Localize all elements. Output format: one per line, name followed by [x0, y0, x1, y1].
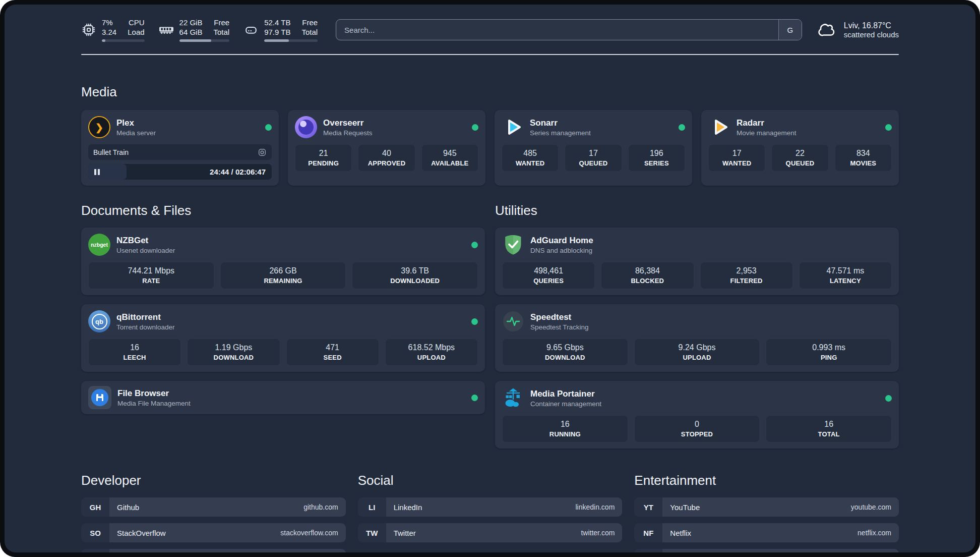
stat-wanted: 485 WANTED: [502, 144, 559, 172]
status-dot: [265, 124, 272, 131]
app-card-overseerr[interactable]: Overseerr Media Requests 21 PENDING 40 A…: [288, 110, 485, 186]
app-title: Plex: [116, 118, 156, 128]
status-dot: [471, 395, 478, 401]
bookmark-dev[interactable]: DT DEV dev.to: [81, 549, 346, 552]
app-card-radarr[interactable]: Radarr Movie management 17 WANTED 22 QUE…: [701, 110, 899, 186]
app-card-plex[interactable]: ❯ Plex Media server Bullet Train: [81, 110, 279, 186]
stat-approved: 40 APPROVED: [358, 144, 415, 172]
stat-download: 1.19 Gbps DOWNLOAD: [187, 339, 280, 366]
weather-location-temp: Lviv, 16.87°C: [844, 21, 899, 30]
stat-upload: 618.52 Mbps UPLOAD: [385, 339, 478, 366]
dashboard: 7% 3.24 CPU Load: [5, 5, 975, 552]
bookmark-name: Netflix: [670, 529, 691, 537]
bookmark-github[interactable]: GH Github github.com: [81, 497, 346, 517]
stat-queued: 17 QUEUED: [565, 144, 622, 172]
app-card-sonarr[interactable]: Sonarr Series management 485 WANTED 17 Q…: [495, 110, 692, 186]
section-title-media: Media: [81, 84, 899, 100]
app-subtitle: Usenet downloader: [116, 247, 175, 254]
playback-time: 24:44 / 02:06:47: [210, 168, 266, 176]
developer-column: Developer GH Github github.com SO StackO…: [81, 458, 346, 552]
stat-downloaded: 39.6 TB DOWNLOADED: [352, 262, 478, 289]
qbittorrent-icon: qb: [88, 310, 110, 332]
status-dot: [885, 124, 892, 131]
app-subtitle: Container management: [530, 400, 601, 408]
stat-queued: 22 QUEUED: [771, 144, 828, 172]
stat-rate: 744.21 Mbps RATE: [88, 262, 214, 289]
playback-progress-bar: 24:44 / 02:06:47: [88, 164, 272, 180]
bookmark-url: twitter.com: [581, 529, 615, 537]
app-subtitle: Media File Management: [117, 400, 191, 407]
memory-stat: 22 GiB 64 GiB Free Total: [159, 18, 230, 42]
status-dot: [471, 242, 478, 248]
utilities-column: Utilities AdGuard Home DNS and adblockin…: [495, 186, 899, 458]
now-playing-row: Bullet Train: [88, 144, 272, 160]
stat-pending: 21 PENDING: [295, 144, 352, 172]
bookmark-url: github.com: [303, 503, 338, 511]
bookmark-youtube[interactable]: YT YouTube youtube.com: [634, 497, 899, 517]
search-input[interactable]: [336, 20, 778, 40]
app-title: qBittorrent: [116, 312, 175, 322]
bookmark-stackoverflow[interactable]: SO StackOverflow stackoverflow.com: [81, 523, 346, 542]
bookmark-url: stackoverflow.com: [280, 529, 338, 537]
cpu-icon: [81, 22, 96, 37]
app-subtitle: DNS and adblocking: [530, 247, 593, 254]
memory-meter: [179, 39, 230, 42]
section-title-documents: Documents & Files: [81, 203, 485, 218]
cpu-stat: 7% 3.24 CPU Load: [81, 18, 145, 42]
status-dot: [471, 318, 478, 325]
section-title-developer: Developer: [81, 473, 346, 488]
app-card-speedtest[interactable]: Speedtest Speedtest Tracking 9.65 Gbps D…: [495, 304, 899, 372]
stat-queries: 498,461 QUERIES: [502, 262, 595, 289]
bookmark-name: LinkedIn: [394, 503, 422, 512]
app-card-filebrowser[interactable]: File Browser Media File Management: [81, 381, 485, 414]
stat-wanted: 17 WANTED: [708, 144, 765, 172]
bookmark-name: Github: [117, 503, 139, 512]
bookmark-url: netflix.com: [858, 529, 891, 537]
stat-available: 945 AVAILABLE: [421, 144, 478, 172]
media-grid: ❯ Plex Media server Bullet Train: [81, 110, 899, 186]
stat-remaining: 266 GB REMAINING: [220, 262, 346, 289]
radarr-icon: [708, 116, 730, 138]
storage-total: 97.9 TB: [264, 27, 290, 37]
status-dot: [885, 395, 892, 402]
pause-icon[interactable]: [94, 169, 100, 175]
app-card-portainer[interactable]: Media Portainer Container management 16 …: [495, 381, 899, 449]
window-frame: 7% 3.24 CPU Load: [0, 0, 980, 557]
stat-movies: 834 MOVIES: [835, 144, 892, 172]
app-subtitle: Torrent downloader: [116, 323, 175, 331]
storage-meter: [264, 39, 318, 42]
entertainment-column: Entertainment YT YouTube youtube.com NF …: [634, 458, 899, 552]
app-card-adguard[interactable]: AdGuard Home DNS and adblocking 498,461 …: [495, 228, 899, 295]
bookmark-netflix[interactable]: NF Netflix netflix.com: [634, 523, 899, 542]
app-card-nzbget[interactable]: nzbget NZBGet Usenet downloader 744.21 M…: [81, 228, 485, 295]
memory-free: 22 GiB: [179, 18, 203, 27]
app-card-qbittorrent[interactable]: qb qBittorrent Torrent downloader 16 LEE…: [81, 304, 485, 372]
stat-series: 196 SERIES: [628, 144, 685, 172]
now-playing-title: Bullet Train: [93, 148, 129, 156]
storage-stat: 52.4 TB 97.9 TB Free Total: [243, 18, 318, 42]
app-subtitle: Speedtest Tracking: [530, 323, 589, 331]
stat-blocked: 86,384 BLOCKED: [601, 262, 694, 289]
stat-filtered: 2,953 FILTERED: [700, 262, 793, 289]
bookmark-abbr: RE: [634, 549, 662, 552]
adguard-icon: [502, 234, 524, 256]
social-column: Social LI LinkedIn linkedin.com TW Twitt…: [358, 458, 623, 549]
settings-icon[interactable]: [258, 148, 267, 157]
app-title: NZBGet: [116, 236, 175, 246]
bookmark-reddit[interactable]: RE Reddit reddit.com: [634, 549, 899, 552]
bookmark-twitter[interactable]: TW Twitter twitter.com: [358, 523, 623, 542]
filebrowser-icon: [88, 386, 111, 409]
search-engine-button[interactable]: G: [778, 20, 802, 40]
app-title: Overseerr: [323, 118, 373, 128]
bookmark-abbr: GH: [81, 497, 109, 517]
cpu-label-top: CPU: [129, 18, 145, 27]
bookmark-name: YouTube: [670, 503, 700, 512]
bookmark-url: youtube.com: [851, 503, 891, 511]
bookmark-linkedin[interactable]: LI LinkedIn linkedin.com: [358, 497, 623, 517]
app-subtitle: Media Requests: [323, 129, 373, 137]
speedtest-icon: [502, 310, 524, 332]
bookmark-name: Twitter: [394, 529, 416, 537]
bookmark-abbr: LI: [358, 497, 386, 517]
memory-total: 64 GiB: [179, 27, 203, 37]
cloud-icon: [818, 22, 837, 38]
